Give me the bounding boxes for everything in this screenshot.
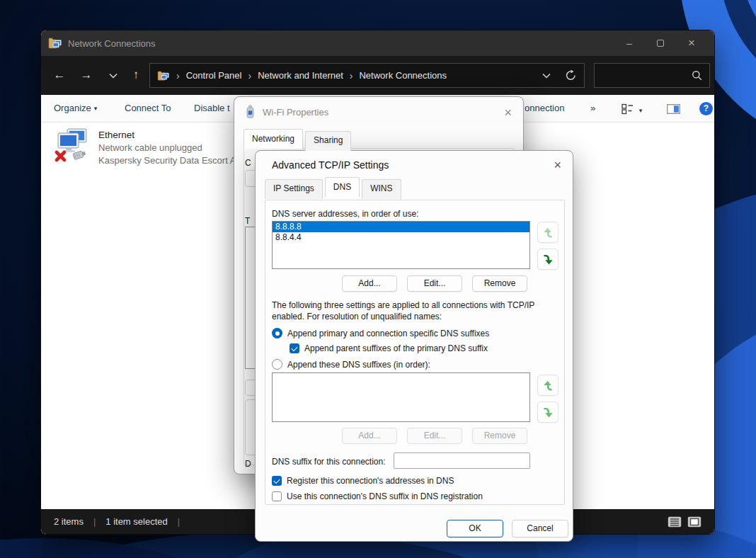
wifi-dialog-title: Wi-Fi Properties: [263, 107, 328, 118]
minimize-button[interactable]: –: [614, 38, 645, 49]
breadcrumb-network-and-internet[interactable]: Network and Internet: [258, 70, 343, 81]
breadcrumb-network-connections[interactable]: Network Connections: [359, 70, 447, 81]
suffix-move-down-button[interactable]: [537, 402, 559, 423]
dns-remove-button[interactable]: Remove: [472, 275, 527, 292]
back-button[interactable]: ←: [51, 68, 68, 82]
breadcrumb-chevron-icon: ›: [350, 70, 353, 81]
dns-edit-button[interactable]: Edit...: [407, 275, 462, 292]
tab-wins[interactable]: WINS: [362, 179, 401, 199]
large-icons-view-toggle[interactable]: [687, 516, 701, 528]
advanced-dialog-title: Advanced TCP/IP Settings: [272, 159, 389, 171]
dns-settings-description: The following three settings are applied…: [272, 300, 537, 323]
append-primary-radio-row[interactable]: Append primary and connection specific D…: [272, 328, 489, 338]
suffix-move-up-button[interactable]: [537, 375, 559, 396]
dns-server-row-selected[interactable]: 8.8.8.8: [273, 222, 529, 232]
connection-status: Network cable unplugged: [98, 142, 236, 153]
dns-servers-label: DNS server addresses, in order of use:: [272, 209, 418, 219]
advanced-close-icon[interactable]: ×: [554, 159, 561, 171]
breadcrumb-folder-icon: [157, 71, 170, 81]
move-up-arrow-icon: [542, 380, 554, 392]
radio-selected-icon[interactable]: [272, 328, 282, 338]
radio-unselected-icon[interactable]: [272, 359, 282, 370]
tab-dns[interactable]: DNS: [325, 177, 360, 197]
move-down-arrow-icon: [542, 254, 554, 266]
dns-suffixes-list[interactable]: [272, 372, 530, 422]
refresh-icon[interactable]: [565, 69, 577, 81]
tab-sharing[interactable]: Sharing: [305, 131, 351, 151]
navigation-bar: ← → ↑ › Control Panel › Network and Inte…: [41, 56, 714, 95]
breadcrumb-control-panel[interactable]: Control Panel: [186, 70, 242, 81]
rename-connection-button-truncated[interactable]: onnection: [525, 103, 564, 113]
view-mode-icon: [622, 103, 634, 115]
connection-name: Ethernet: [98, 130, 236, 140]
dns-suffix-label: DNS suffix for this connection:: [272, 457, 386, 467]
move-up-arrow-icon: [542, 227, 554, 239]
dns-suffix-input[interactable]: [394, 452, 530, 469]
description-label-fragment: D: [245, 459, 251, 469]
up-button[interactable]: ↑: [127, 68, 144, 82]
connection-device: Kaspersky Security Data Escort A: [98, 155, 236, 166]
move-up-button[interactable]: [537, 222, 559, 243]
register-addresses-label: Register this connection's addresses in …: [287, 476, 454, 486]
suffix-edit-button[interactable]: Edit...: [407, 428, 462, 444]
view-dropdown-icon: ▾: [639, 107, 643, 114]
preview-pane-icon: [667, 104, 680, 114]
ok-button[interactable]: OK: [447, 520, 503, 537]
forward-button[interactable]: →: [78, 68, 95, 82]
close-button[interactable]: ×: [676, 36, 707, 50]
dns-servers-list[interactable]: 8.8.8.8 8.8.4.4: [272, 221, 530, 269]
address-dropdown-chevron-icon[interactable]: [542, 73, 551, 79]
help-button[interactable]: ?: [699, 102, 713, 115]
search-input[interactable]: [594, 63, 710, 88]
append-these-radio-row[interactable]: Append these DNS suffixes (in order):: [272, 359, 430, 370]
status-separator: |: [93, 516, 96, 527]
disable-button-truncated[interactable]: Disable t: [194, 103, 230, 113]
items-count: 2 items: [54, 516, 84, 527]
wifi-close-icon[interactable]: ×: [504, 107, 512, 118]
selected-count: 1 item selected: [105, 516, 167, 527]
register-addresses-checkbox-row[interactable]: Register this connection's addresses in …: [272, 476, 454, 486]
network-folder-icon: [48, 38, 62, 49]
use-suffix-checkbox-row[interactable]: Use this connection's DNS suffix in DNS …: [272, 491, 483, 501]
move-down-arrow-icon: [542, 406, 554, 418]
window-title: Network Connections: [68, 38, 156, 49]
append-parent-label: Append parent suffixes of the primary DN…: [304, 343, 488, 353]
checkbox-unchecked-icon[interactable]: [272, 491, 282, 501]
details-view-toggle[interactable]: [668, 516, 682, 528]
append-parent-checkbox-row[interactable]: Append parent suffixes of the primary DN…: [290, 343, 488, 353]
dns-server-row[interactable]: 8.8.4.4: [273, 232, 529, 243]
append-these-label: Append these DNS suffixes (in order):: [287, 360, 430, 370]
organize-dropdown-icon: ▾: [94, 105, 98, 112]
breadcrumb-chevron-icon: ›: [248, 70, 251, 81]
tab-networking[interactable]: Networking: [244, 129, 303, 149]
append-primary-label: Append primary and connection specific D…: [287, 329, 489, 338]
breadcrumb-chevron-icon: ›: [176, 70, 180, 81]
preview-pane-button[interactable]: [667, 104, 680, 116]
help-icon: ?: [699, 102, 713, 115]
organize-menu-button[interactable]: Organize▾: [54, 103, 97, 113]
status-separator: |: [178, 516, 180, 527]
checkbox-checked-icon[interactable]: [290, 343, 299, 353]
connect-to-button[interactable]: Connect To: [125, 103, 171, 113]
tab-ip-settings[interactable]: IP Settings: [265, 179, 323, 199]
suffix-add-button[interactable]: Add...: [342, 428, 397, 444]
title-bar: Network Connections – ×: [41, 30, 714, 56]
ethernet-disconnected-icon: [54, 128, 89, 164]
advanced-tcpip-dialog: Advanced TCP/IP Settings × IP Settings D…: [255, 150, 573, 542]
checkbox-checked-icon[interactable]: [272, 476, 282, 486]
recent-locations-chevron-icon[interactable]: [105, 73, 122, 79]
command-overflow-chevron[interactable]: »: [590, 103, 595, 113]
wifi-adapter-icon: [246, 105, 255, 120]
cancel-button[interactable]: Cancel: [512, 520, 568, 537]
items-label-fragment: T: [245, 216, 250, 226]
connect-using-label-fragment: C: [245, 158, 251, 168]
address-bar[interactable]: › Control Panel › Network and Internet ›…: [149, 63, 585, 88]
use-suffix-label: Use this connection's DNS suffix in DNS …: [287, 491, 483, 501]
dns-add-button[interactable]: Add...: [342, 275, 397, 292]
change-view-button[interactable]: ▾: [622, 103, 642, 115]
move-down-button[interactable]: [537, 249, 559, 270]
maximize-icon: [657, 40, 664, 47]
maximize-button[interactable]: [645, 38, 676, 49]
search-icon: [692, 70, 702, 81]
suffix-remove-button[interactable]: Remove: [472, 428, 527, 444]
